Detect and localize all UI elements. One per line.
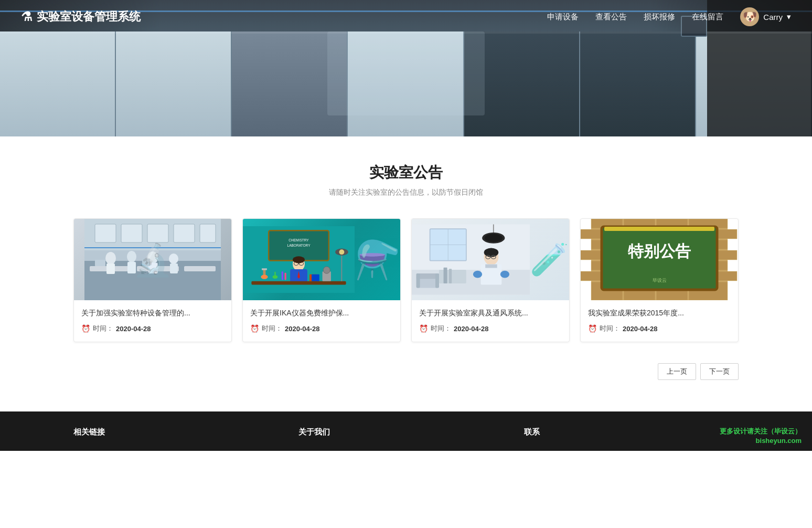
svg-point-7 <box>127 251 136 262</box>
card-4-body: 我实验室成果荣获2015年度... ⏰ 时间： 2020-04-28 <box>581 300 738 342</box>
time-label-2: 时间： <box>262 324 282 333</box>
navbar: ⚗ 实验室设备管理系统 申请设备 查看公告 损坏报修 在线留言 🐶 Carry … <box>0 0 812 34</box>
card-3-title: 关于开展实验室家具及通风系统... <box>419 308 562 319</box>
svg-rect-10 <box>148 263 158 273</box>
card-1-meta: ⏰ 时间： 2020-04-28 <box>81 324 224 333</box>
flask-icon: ⚗ <box>21 9 33 24</box>
card-2-meta: ⏰ 时间： 2020-04-28 <box>250 324 393 333</box>
svg-rect-35 <box>263 269 266 277</box>
svg-text:LABORATORY: LABORATORY <box>287 244 311 247</box>
time-label-4: 时间： <box>600 324 620 333</box>
username: Carry <box>763 13 783 22</box>
svg-point-63 <box>473 271 482 278</box>
panel-6 <box>580 31 696 136</box>
footer-columns: 相关链接 关于我们 联系 <box>73 427 739 440</box>
svg-rect-4 <box>184 266 216 271</box>
svg-point-32 <box>293 256 305 263</box>
footer-col-1-title: 相关链接 <box>73 427 288 437</box>
user-menu[interactable]: 🐶 Carry ▾ <box>740 7 791 26</box>
nav-repair[interactable]: 损坏报修 <box>644 12 675 22</box>
svg-rect-38 <box>274 272 276 277</box>
time-label-3: 时间： <box>431 324 451 333</box>
avatar: 🐶 <box>740 7 759 26</box>
card-3-image <box>412 219 569 300</box>
footer-col-3-title: 联系 <box>524 427 739 437</box>
time-icon-4: ⏰ <box>588 324 597 333</box>
panel-1 <box>0 31 116 136</box>
pagination: 上一页 下一页 <box>73 358 739 390</box>
time-label-1: 时间： <box>93 324 113 333</box>
footer-col-2: 关于我们 <box>298 427 513 440</box>
svg-point-11 <box>169 254 178 264</box>
nav-links: 申请设备 查看公告 损坏报修 在线留言 🐶 Carry ▾ <box>547 7 791 26</box>
card-1-title: 关于加强实验室特种设备管理的... <box>81 308 224 319</box>
panel-2 <box>116 31 232 136</box>
svg-rect-105 <box>604 227 714 231</box>
card-4-meta: ⏰ 时间： 2020-04-28 <box>588 324 731 333</box>
svg-rect-14 <box>142 259 150 266</box>
card-2-body: 关于开展IKA仪器免费维护保... ⏰ 时间： 2020-04-28 <box>243 300 400 342</box>
footer: 相关链接 关于我们 联系 更多设计请关注（毕设云） bisheyun.com <box>0 411 812 451</box>
svg-rect-20 <box>200 224 216 242</box>
card-4[interactable]: 特别公告 毕设云 我实验室成果荣获2015年度... ⏰ 时间： 2020-04… <box>580 218 739 342</box>
nav-announcements[interactable]: 查看公告 <box>595 12 627 22</box>
svg-rect-62 <box>485 265 497 268</box>
card-2-image: CHEMISTRY LABORATORY <box>243 219 400 300</box>
svg-rect-44 <box>312 274 319 281</box>
svg-rect-19 <box>174 224 195 242</box>
time-icon-3: ⏰ <box>419 324 428 333</box>
footer-col-3: 联系 <box>524 427 739 440</box>
time-icon-1: ⏰ <box>81 324 90 333</box>
nav-message[interactable]: 在线留言 <box>692 12 723 22</box>
svg-point-5 <box>105 252 116 265</box>
svg-rect-71 <box>435 273 439 288</box>
svg-rect-13 <box>95 260 105 266</box>
time-value-4: 2020-04-28 <box>623 325 658 333</box>
svg-text:毕设云: 毕设云 <box>653 278 667 283</box>
dropdown-icon: ▾ <box>787 12 791 22</box>
footer-col-1: 相关链接 <box>73 427 288 440</box>
prev-page-button[interactable]: 上一页 <box>658 363 696 380</box>
time-value-3: 2020-04-28 <box>454 325 489 333</box>
card-3-meta: ⏰ 时间： 2020-04-28 <box>419 324 562 333</box>
brand-logo[interactable]: ⚗ 实验室设备管理系统 <box>21 9 141 25</box>
svg-rect-39 <box>282 271 283 280</box>
footer-col-2-title: 关于我们 <box>298 427 513 437</box>
svg-rect-36 <box>262 268 267 270</box>
card-1[interactable]: 关于加强实验室特种设备管理的... ⏰ 时间： 2020-04-28 <box>73 218 232 342</box>
next-page-button[interactable]: 下一页 <box>700 363 739 380</box>
svg-rect-66 <box>444 268 447 283</box>
svg-rect-8 <box>127 262 136 273</box>
svg-rect-16 <box>95 224 116 242</box>
svg-rect-40 <box>284 272 286 280</box>
card-2[interactable]: CHEMISTRY LABORATORY <box>242 218 401 342</box>
watermark-line1: 更多设计请关注（毕设云） <box>720 427 802 436</box>
cards-grid: 关于加强实验室特种设备管理的... ⏰ 时间： 2020-04-28 CHEMI… <box>73 218 739 342</box>
svg-rect-17 <box>121 224 142 242</box>
time-icon-2: ⏰ <box>250 324 259 333</box>
svg-rect-6 <box>106 263 115 274</box>
svg-rect-65 <box>439 270 466 283</box>
card-2-title: 关于开展IKA仪器免费维护保... <box>250 308 393 319</box>
svg-text:CHEMISTRY: CHEMISTRY <box>289 238 309 242</box>
card-4-image: 特别公告 毕设云 <box>581 219 738 300</box>
card-1-body: 关于加强实验室特种设备管理的... ⏰ 时间： 2020-04-28 <box>74 300 231 342</box>
footer-watermark: 更多设计请关注（毕设云） bisheyun.com <box>720 427 802 446</box>
svg-point-9 <box>147 251 158 264</box>
watermark-line2: bisheyun.com <box>720 436 802 446</box>
svg-rect-70 <box>416 273 420 288</box>
time-value-1: 2020-04-28 <box>116 325 151 333</box>
section-title: 实验室公告 <box>73 163 739 183</box>
svg-point-64 <box>500 271 509 278</box>
brand-title: 实验室设备管理系统 <box>37 9 141 25</box>
card-1-image <box>74 219 231 300</box>
nav-apply-equipment[interactable]: 申请设备 <box>547 12 579 22</box>
announcements-section: 实验室公告 请随时关注实验室的公告信息，以防节假日闭馆 <box>0 136 812 411</box>
svg-rect-12 <box>170 263 178 273</box>
card-3[interactable]: 关于开展实验室家具及通风系统... ⏰ 时间： 2020-04-28 <box>411 218 570 342</box>
card-3-body: 关于开展实验室家具及通风系统... ⏰ 时间： 2020-04-28 <box>412 300 569 342</box>
svg-point-55 <box>484 234 503 242</box>
section-subtitle: 请随时关注实验室的公告信息，以防节假日闭馆 <box>73 188 739 197</box>
svg-point-47 <box>339 249 345 255</box>
svg-rect-67 <box>449 269 452 283</box>
